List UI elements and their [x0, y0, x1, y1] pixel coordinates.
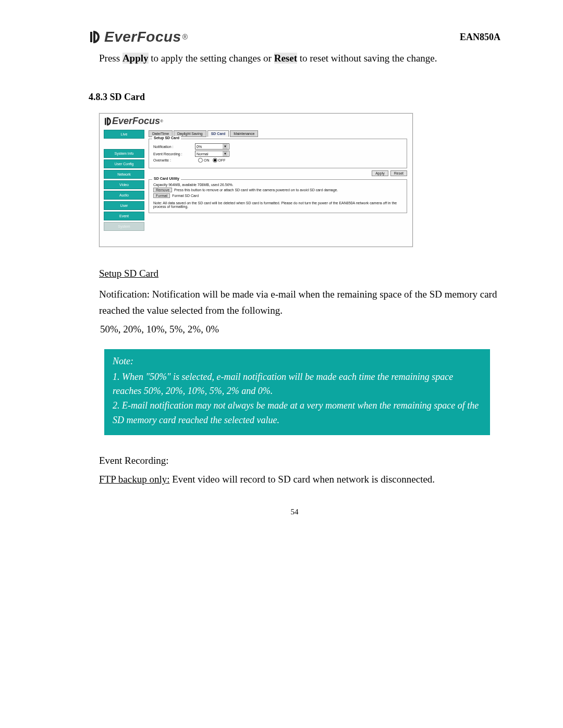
note-box: Note: 1. When "50%" is selected, e-mail … [104, 349, 490, 435]
label-notification: Notification : [153, 145, 195, 149]
chevron-down-icon: ▼ [223, 151, 228, 156]
radio-label-on: ON [204, 158, 210, 162]
label-overwrite: Overwrite : [153, 158, 195, 162]
label-event-recording: Event Recording : [153, 152, 195, 156]
everfocus-icon [89, 31, 101, 43]
intro-reset-word: Reset [274, 53, 297, 64]
sidebar-item-audio[interactable]: Audio [104, 191, 144, 200]
ui-sidebar: Live System Info User Config Network Vid… [104, 130, 144, 231]
note-line-2: 2. E-mail notification may not always be… [113, 400, 479, 425]
group-title: Setup SD Card [152, 136, 181, 140]
format-button[interactable]: Format [153, 193, 170, 198]
ui-brand-registered: ® [160, 119, 163, 124]
sidebar-item-live[interactable]: Live [104, 130, 144, 139]
brand-registered: ® [182, 33, 188, 41]
select-event-recording[interactable]: Normal ▼ [195, 151, 229, 157]
event-recording-label: Event Recording: [99, 453, 500, 468]
percent-line: 50%, 20%, 10%, 5%, 2%, 0% [100, 322, 500, 337]
brand-logo: EverFocus ® [89, 29, 188, 45]
intro-text: to reset without saving the change. [297, 53, 437, 64]
note-line-1: 1. When "50%" is selected, e-mail notifi… [113, 372, 453, 397]
reset-button[interactable]: Reset [390, 170, 407, 176]
everfocus-icon [104, 117, 112, 126]
page-number: 54 [89, 508, 500, 516]
svg-rect-2 [105, 118, 106, 125]
tab-maintenance[interactable]: Maintenance [230, 130, 258, 137]
section-title: 4.8.3 SD Card [89, 92, 500, 103]
intro-text: Press [99, 53, 123, 64]
radio-overwrite-on[interactable] [198, 158, 203, 163]
group-setup-sd-card: Setup SD Card Notification : 0% ▼ Event … [149, 139, 407, 168]
sidebar-item-user-config[interactable]: User Config [104, 159, 144, 168]
select-notification[interactable]: 0% ▼ [195, 143, 229, 150]
capacity-line: Capacity 964MB, available 708MB, used 26… [153, 183, 402, 187]
note-title: Note: [113, 354, 482, 369]
ftp-backup-paragraph: FTP backup only: Event video will record… [99, 472, 500, 487]
svg-rect-1 [93, 32, 95, 42]
remove-button[interactable]: Remove [153, 188, 172, 192]
group-title: SD Card Utility [152, 177, 181, 180]
ui-brand-logo: EverFocus ® [104, 116, 408, 127]
brand-name: EverFocus [104, 29, 181, 45]
ftp-backup-label: FTP backup only: [99, 474, 169, 485]
notification-paragraph: Notification: Notification will be made … [99, 287, 500, 318]
radio-overwrite-off[interactable] [213, 158, 217, 163]
sidebar-item-system-info[interactable]: System Info [104, 149, 144, 158]
camera-ui-screenshot: EverFocus ® Live System Info User Config… [99, 113, 413, 247]
ui-tabs: Date/Time Daylight Saving SD Card Mainte… [149, 130, 408, 137]
sidebar-item-network[interactable]: Network [104, 170, 144, 179]
intro-paragraph: Press Apply to apply the setting changes… [99, 51, 500, 66]
sidebar-item-video[interactable]: Video [104, 180, 144, 189]
remove-text: Press this button to remove or attach SD… [174, 188, 338, 192]
radio-label-off: OFF [218, 158, 226, 162]
group-sd-card-utility: SD Card Utility Capacity 964MB, availabl… [149, 179, 407, 213]
ftp-backup-text: Event video will record to SD card when … [169, 474, 435, 485]
tab-sd-card[interactable]: SD Card [207, 130, 229, 137]
select-notification-value: 0% [197, 145, 202, 149]
utility-note: Note: All data saved on the SD card will… [153, 201, 402, 208]
select-event-value: Normal [197, 152, 209, 156]
page-header: EverFocus ® EAN850A [89, 29, 500, 45]
intro-text: to apply the setting changes or [149, 53, 274, 64]
intro-apply-word: Apply [123, 53, 149, 64]
svg-rect-3 [107, 118, 108, 125]
chevron-down-icon: ▼ [223, 144, 228, 149]
svg-rect-0 [90, 32, 92, 42]
ui-main: Date/Time Daylight Saving SD Card Mainte… [149, 130, 408, 231]
sidebar-item-user[interactable]: User [104, 201, 144, 210]
setup-sd-card-subhead: Setup SD Card [99, 268, 158, 279]
apply-button[interactable]: Apply [372, 170, 388, 176]
model-number: EAN850A [460, 32, 500, 43]
ui-brand-name: EverFocus [112, 116, 160, 127]
sidebar-item-event[interactable]: Event [104, 212, 144, 220]
format-text: Format SD Card [172, 194, 199, 198]
sidebar-item-system[interactable]: System [104, 222, 144, 231]
